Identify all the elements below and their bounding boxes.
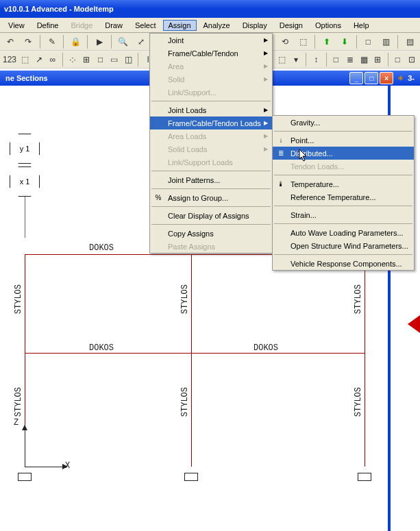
submenu-vehicle-response[interactable]: Vehicle Response Components... (273, 257, 414, 270)
assign-dropdown: Joint Frame/Cable/Tendon Area Solid Link… (149, 33, 273, 254)
menu-separator (151, 188, 271, 189)
menu-assign[interactable]: Assign (163, 20, 197, 31)
menu-design[interactable]: Design (274, 20, 308, 31)
menu-view[interactable]: View (3, 20, 30, 31)
tb2-9[interactable]: ◫ (123, 52, 134, 67)
tb2-20[interactable]: ▾ (291, 52, 301, 67)
tb2-2[interactable]: ⬚ (19, 52, 30, 67)
menu-separator (151, 206, 271, 207)
beam-label: DOKOS (89, 343, 114, 353)
menu-item-link-support-loads[interactable]: Link/Support Loads (150, 156, 272, 169)
axis-z-arrow (22, 425, 27, 430)
menu-draw[interactable]: Draw (99, 20, 128, 31)
undo-icon[interactable]: ↶ (3, 34, 18, 49)
menu-item-solid[interactable]: Solid (150, 73, 272, 86)
menu-separator (151, 101, 271, 101)
submenu-point[interactable]: ↓Point... (273, 134, 414, 147)
menu-item-paste-assigns[interactable]: Paste Assigns (150, 240, 272, 253)
grid-icon[interactable]: □ (361, 34, 376, 49)
beam-label: DOKOS (89, 243, 114, 253)
submenu-tendon-loads[interactable]: Tendon Loads... (273, 160, 414, 173)
menu-select[interactable]: Select (129, 20, 162, 31)
menu-options[interactable]: Options (310, 20, 347, 31)
menu-define[interactable]: Define (32, 20, 64, 31)
minimize-button[interactable]: _ (349, 72, 363, 84)
beam-mid (25, 353, 365, 354)
submenu-reference-temperature[interactable]: Reference Temperature... (273, 190, 414, 203)
submenu-open-structure-wind[interactable]: Open Structure Wind Parameters... (273, 239, 414, 252)
toolbar-separator (326, 53, 327, 66)
menu-separator (151, 171, 271, 171)
tb2-25[interactable]: ⊞ (372, 52, 383, 67)
grid-line-stem (25, 197, 25, 238)
shade-icon[interactable]: ▥ (378, 34, 393, 49)
zoom-fit-icon[interactable]: ⤢ (134, 34, 149, 49)
menu-analyze[interactable]: Analyze (198, 20, 236, 31)
menu-separator (274, 131, 412, 132)
tb2-5[interactable]: ·:· (67, 52, 78, 67)
menu-help[interactable]: Help (348, 20, 375, 31)
support-mid (184, 473, 198, 481)
menu-item-solid-loads[interactable]: Solid Loads (150, 143, 272, 156)
tb2-8[interactable]: ▭ (109, 52, 120, 67)
misc-icon[interactable]: ▤ (402, 34, 417, 49)
nav-up-icon[interactable]: ⬆ (319, 34, 334, 49)
tb2-21[interactable]: ↕ (310, 52, 321, 67)
toolbar-separator (138, 53, 138, 66)
rotate-icon[interactable]: ⟲ (277, 34, 293, 49)
menu-item-link-support[interactable]: Link/Support... (150, 86, 272, 99)
menu-item-area[interactable]: Area (150, 60, 272, 73)
tb2-1[interactable]: 123 (3, 52, 16, 67)
point-load-icon: ↓ (275, 136, 286, 144)
menu-item-assign-to-group[interactable]: %Assign to Group... (150, 191, 272, 204)
close-button[interactable]: × (380, 72, 393, 84)
tb2-23[interactable]: ≣ (345, 52, 356, 67)
toolbar-separator (111, 35, 112, 49)
tb2-6[interactable]: ⊞ (81, 52, 92, 67)
toolbar-separator (306, 53, 306, 66)
submenu-gravity[interactable]: Gravity... (273, 116, 414, 129)
tb2-4[interactable]: ∞ (47, 52, 58, 67)
tb2-3[interactable]: ↗ (33, 52, 44, 67)
frame-loads-submenu: Gravity... ↓Point... ≣Distributed... Ten… (272, 115, 415, 271)
submenu-strain[interactable]: Strain... (273, 208, 414, 221)
menu-item-copy-assigns[interactable]: Copy Assigns (150, 227, 272, 240)
menu-item-joint-patterns[interactable]: Joint Patterns... (150, 173, 272, 186)
toolbar-separator (356, 35, 357, 49)
nav-down-icon[interactable]: ⬇ (337, 34, 352, 49)
menu-item-clear-display[interactable]: Clear Display of Assigns (150, 209, 272, 222)
run-icon[interactable]: ▶ (92, 34, 107, 49)
column-label: STYLOS (14, 387, 23, 417)
perspective-icon[interactable]: ⬚ (295, 34, 310, 49)
column-label: STYLOS (180, 387, 190, 417)
tb2-26[interactable]: □ (392, 52, 403, 67)
pencil-icon[interactable]: ✎ (45, 34, 60, 49)
toolbar-separator (397, 35, 398, 49)
secondary-view-label: 3- (408, 74, 415, 82)
redo-icon[interactable]: ↷ (21, 34, 36, 49)
axis-x-label: X (65, 461, 70, 471)
column-label: STYLOS (180, 284, 190, 314)
menu-item-area-loads[interactable]: Area Loads (150, 129, 272, 143)
menu-item-joint[interactable]: Joint (150, 34, 272, 47)
tb2-27[interactable]: ⊡ (406, 52, 417, 67)
submenu-distributed[interactable]: ≣Distributed... (273, 147, 414, 160)
beam-label: DOKOS (254, 343, 278, 353)
submenu-auto-wave[interactable]: Auto Wave Loading Parameters... (273, 226, 414, 239)
menu-item-frame-cable-tendon[interactable]: Frame/Cable/Tendon (150, 47, 272, 60)
menu-item-joint-loads[interactable]: Joint Loads (150, 103, 272, 116)
menu-separator (274, 223, 412, 224)
tb2-7[interactable]: □ (95, 52, 106, 67)
zoom-icon[interactable]: 🔍 (116, 34, 131, 49)
menu-bridge[interactable]: Bridge (65, 20, 98, 31)
submenu-temperature[interactable]: 🌡Temperature... (273, 177, 414, 190)
maximize-button[interactable]: □ (365, 72, 378, 84)
axis-z-label: Z (14, 418, 18, 428)
menu-separator (274, 254, 412, 255)
menu-item-frame-cable-tendon-loads[interactable]: Frame/Cable/Tendon Loads (150, 116, 272, 129)
tb2-22[interactable]: □ (330, 52, 341, 67)
menu-display[interactable]: Display (237, 20, 273, 31)
tb2-19[interactable]: ⬚ (277, 52, 288, 67)
tb2-24[interactable]: ▦ (358, 52, 369, 67)
lock-icon[interactable]: 🔒 (68, 34, 83, 49)
